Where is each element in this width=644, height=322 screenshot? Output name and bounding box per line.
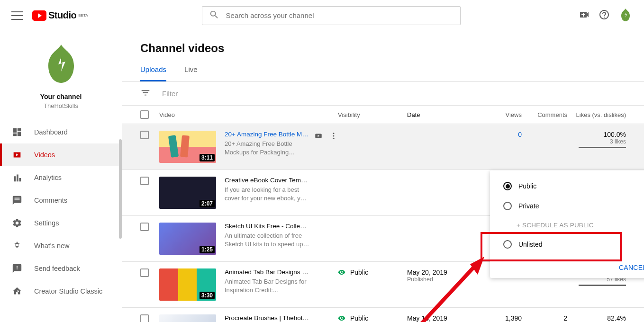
- header: StudioBETA: [0, 0, 644, 31]
- col-comments[interactable]: Comments: [522, 111, 567, 118]
- channel-logo[interactable]: [40, 45, 82, 87]
- create-video-icon[interactable]: [579, 9, 590, 22]
- sidebar-item-settings[interactable]: Settings: [0, 212, 122, 234]
- option-label: Public: [518, 182, 536, 190]
- sidebar-item-whatsnew[interactable]: What's new: [0, 234, 122, 257]
- videos-icon: [11, 149, 23, 161]
- likes-cell: 82.4%: [567, 314, 626, 322]
- video-description: 20+ Amazing Free Bottle Mockups for Pack…: [225, 140, 311, 156]
- select-all-checkbox[interactable]: [140, 110, 149, 119]
- row-checkbox[interactable]: [140, 131, 149, 139]
- row-checkbox[interactable]: [140, 314, 149, 322]
- filter-icon[interactable]: [140, 88, 151, 99]
- svg-point-1: [333, 133, 335, 134]
- video-title[interactable]: Sketch UI Kits Free - Collection 20...: [225, 223, 309, 230]
- channel-name: TheHotSkills: [0, 102, 122, 109]
- channel-avatar[interactable]: [618, 9, 633, 23]
- table-header: Video Visibility Date Views Comments Lik…: [122, 106, 644, 124]
- studio-logo[interactable]: StudioBETA: [32, 10, 88, 21]
- nav-label: Settings: [34, 219, 59, 227]
- row-checkbox[interactable]: [140, 268, 149, 277]
- sidebar-item-analytics[interactable]: Analytics: [0, 166, 122, 189]
- sidebar-nav: Dashboard Videos Analytics Comments Sett…: [0, 121, 122, 303]
- visibility-cell[interactable]: Public: [338, 314, 407, 322]
- cancel-button[interactable]: CANCEL: [619, 264, 644, 271]
- likes-cell: 100.0%3 likes: [567, 131, 626, 148]
- more-icon[interactable]: [329, 132, 338, 163]
- sidebar: Your channel TheHotSkills Dashboard Vide…: [0, 31, 122, 322]
- header-actions: [579, 9, 633, 23]
- tab-uploads[interactable]: Uploads: [140, 65, 166, 81]
- video-description: If you are looking for a best cover for …: [225, 186, 309, 202]
- video-thumbnail[interactable]: [159, 314, 216, 322]
- search-box[interactable]: [202, 6, 461, 25]
- tabs: Uploads Live: [122, 57, 644, 82]
- channel-info: Your channel TheHotSkills: [0, 31, 122, 121]
- tab-live[interactable]: Live: [184, 65, 198, 81]
- duration-badge: 1:25: [200, 246, 215, 253]
- video-title[interactable]: 20+ Amazing Free Bottle Mockups...: [225, 131, 311, 138]
- col-video[interactable]: Video: [159, 111, 338, 118]
- visibility-option-public[interactable]: Public: [490, 176, 644, 196]
- nav-label: Send feedback: [34, 265, 80, 272]
- filter-bar: Filter: [122, 82, 644, 106]
- duration-badge: 3:30: [200, 292, 215, 299]
- hamburger-menu-button[interactable]: [11, 10, 23, 21]
- col-date[interactable]: Date: [407, 111, 479, 118]
- sidebar-item-dashboard[interactable]: Dashboard: [0, 121, 122, 143]
- annotation-highlight-box: [481, 232, 622, 261]
- sidebar-scrollbar[interactable]: [119, 139, 122, 239]
- col-views[interactable]: Views: [479, 111, 522, 118]
- video-thumbnail[interactable]: 3:11: [159, 131, 216, 163]
- search-input[interactable]: [226, 11, 454, 19]
- channel-label: Your channel: [0, 93, 122, 100]
- video-title[interactable]: Procreate Brushes | Thehotskills: [225, 314, 309, 322]
- sidebar-item-creatorstudio[interactable]: Creator Studio Classic: [0, 280, 122, 303]
- table-row[interactable]: 3:1120+ Amazing Free Bottle Mockups...20…: [122, 124, 644, 170]
- radio-icon: [503, 182, 512, 190]
- gear-icon: [11, 217, 23, 229]
- comments-icon: [11, 195, 23, 206]
- duration-badge: 2:07: [200, 200, 215, 207]
- search-icon: [209, 9, 226, 21]
- views-cell: 1,390: [479, 314, 522, 322]
- visibility-popover: Public Private + SCHEDULE AS PUBLIC Unli…: [490, 170, 644, 278]
- dashboard-icon: [11, 126, 23, 138]
- row-checkbox[interactable]: [140, 223, 149, 231]
- nav-label: What's new: [34, 242, 70, 250]
- sidebar-item-feedback[interactable]: Send feedback: [0, 257, 122, 280]
- studio-logo-text: Studio: [48, 10, 76, 21]
- comments-cell: 2: [522, 314, 567, 322]
- nav-label: Comments: [34, 197, 67, 204]
- analytics-icon: [11, 172, 23, 183]
- table-row[interactable]: Procreate Brushes | ThehotskillsPublicMa…: [122, 308, 644, 322]
- video-title[interactable]: Animated Tab Bar Designs for Ins: [225, 268, 309, 276]
- col-likes[interactable]: Likes (vs. dislikes): [567, 111, 626, 118]
- video-description: An ultimate collection of free Sketch UI…: [225, 232, 309, 248]
- duration-badge: 3:11: [200, 154, 215, 161]
- whatsnew-icon: [11, 240, 23, 251]
- svg-point-2: [333, 135, 335, 137]
- date-cell: May 20, 2019Published: [407, 268, 479, 283]
- video-thumbnail[interactable]: 1:25: [159, 223, 216, 255]
- help-icon[interactable]: [599, 9, 610, 22]
- nav-label: Creator Studio Classic: [34, 287, 102, 295]
- filter-placeholder[interactable]: Filter: [162, 89, 178, 98]
- nav-label: Videos: [34, 151, 55, 159]
- main-content: Channel videos Uploads Live Filter Video…: [122, 31, 644, 322]
- page-title: Channel videos: [122, 31, 644, 57]
- video-title[interactable]: Creative eBook Cover Templates t...: [225, 177, 309, 184]
- video-thumbnail[interactable]: 3:30: [159, 268, 216, 301]
- youtube-icon[interactable]: [314, 132, 323, 163]
- views-cell: 0: [479, 131, 522, 138]
- sidebar-item-videos[interactable]: Videos: [0, 143, 122, 166]
- col-visibility[interactable]: Visibility: [338, 111, 407, 118]
- sidebar-item-comments[interactable]: Comments: [0, 189, 122, 212]
- row-checkbox[interactable]: [140, 177, 149, 185]
- radio-icon: [503, 202, 512, 210]
- feedback-icon: [11, 263, 23, 274]
- visibility-cell[interactable]: Public: [338, 268, 407, 276]
- visibility-option-private[interactable]: Private: [490, 196, 644, 216]
- video-description: Animated Tab Bar Designs for Inspiration…: [225, 277, 309, 294]
- video-thumbnail[interactable]: 2:07: [159, 177, 216, 209]
